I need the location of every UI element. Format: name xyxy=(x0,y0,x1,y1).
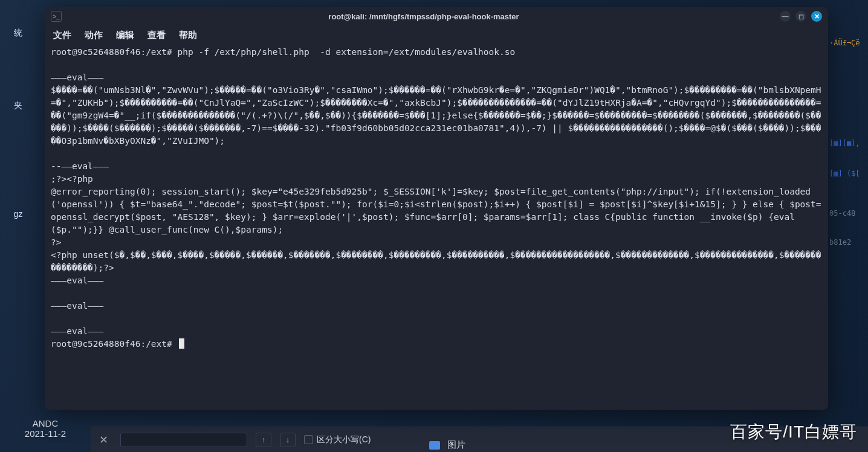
desktop-bottom-label: ANDC 2021-11-2 xyxy=(0,415,91,452)
terminal-cursor xyxy=(179,338,184,349)
watermark-text: 百家号/IT白嫖哥 xyxy=(730,421,857,444)
bottom-left-line1: ANDC xyxy=(6,418,85,428)
desktop-icon-3[interactable]: gz xyxy=(0,205,36,222)
findbar-case-label: 区分大小写(C) xyxy=(317,434,371,444)
maximize-button[interactable]: ◻ xyxy=(795,11,806,22)
bottom-left-line2: 2021-11-2 xyxy=(6,428,85,439)
window-title: root@kali: /mnt/hgfs/tmpssd/php-eval-hoo… xyxy=(68,12,780,21)
menu-view[interactable]: 查看 xyxy=(147,30,166,41)
fm-bottom-label: 图片 xyxy=(447,439,465,451)
findbar-case-option[interactable]: 区分大小写(C) xyxy=(304,434,371,445)
prompt-line-2: root@9c5264880f46:/ext# xyxy=(51,339,178,349)
menu-help[interactable]: 帮助 xyxy=(179,30,197,41)
terminal-app-icon: >_ xyxy=(51,11,62,22)
filemanager-bottom-row[interactable]: 图片 xyxy=(429,439,465,451)
findbar-next-button[interactable]: ↓ xyxy=(280,433,296,447)
menu-edit[interactable]: 编辑 xyxy=(116,30,134,41)
findbar-prev-button[interactable]: ↑ xyxy=(256,433,271,447)
eval-block-1: $����=��("umNsb3Nl�","ZwvWVu");$�����=��… xyxy=(51,85,821,146)
findbar-search-input[interactable] xyxy=(120,433,247,447)
window-titlebar[interactable]: >_ root@kali: /mnt/hgfs/tmpssd/php-eval-… xyxy=(45,7,828,25)
eval-header-2: --——eval——— xyxy=(51,161,109,171)
eval-header-4: ———eval——— xyxy=(51,301,103,311)
terminal-output[interactable]: root@9c5264880f46:/ext# php -f /ext/php/… xyxy=(45,45,828,410)
eval-header-5: ———eval——— xyxy=(51,326,103,336)
background-editor-fragment: ·ÄÜ£¬Çë [▦][▦], [▦] ($[ 05-c48 b81e2 xyxy=(828,36,868,338)
terminal-window: >_ root@kali: /mnt/hgfs/tmpssd/php-eval-… xyxy=(45,7,828,410)
checkbox-icon[interactable] xyxy=(304,435,313,444)
findbar-close-icon[interactable]: ✕ xyxy=(99,433,108,447)
desktop-icon-2[interactable]: 夹 xyxy=(0,97,36,115)
prompt-line-1: root@9c5264880f46:/ext# php -f /ext/php/… xyxy=(51,47,515,57)
menu-file[interactable]: 文件 xyxy=(53,30,71,41)
menu-action[interactable]: 动作 xyxy=(85,30,103,41)
terminal-menubar: 文件 动作 编辑 查看 帮助 xyxy=(45,25,828,45)
eval-header-3: ———eval——— xyxy=(51,276,103,285)
desktop-left-icons: 统 夹 gz xyxy=(0,18,36,222)
folder-icon xyxy=(429,441,440,450)
eval-block-2: ;?><?php @error_reporting(0); session_st… xyxy=(51,174,821,273)
close-button[interactable]: ✕ xyxy=(811,11,822,22)
minimize-button[interactable]: — xyxy=(780,11,791,22)
eval-header-1: ———eval——— xyxy=(51,73,103,82)
desktop-icon-1[interactable]: 统 xyxy=(0,24,36,42)
